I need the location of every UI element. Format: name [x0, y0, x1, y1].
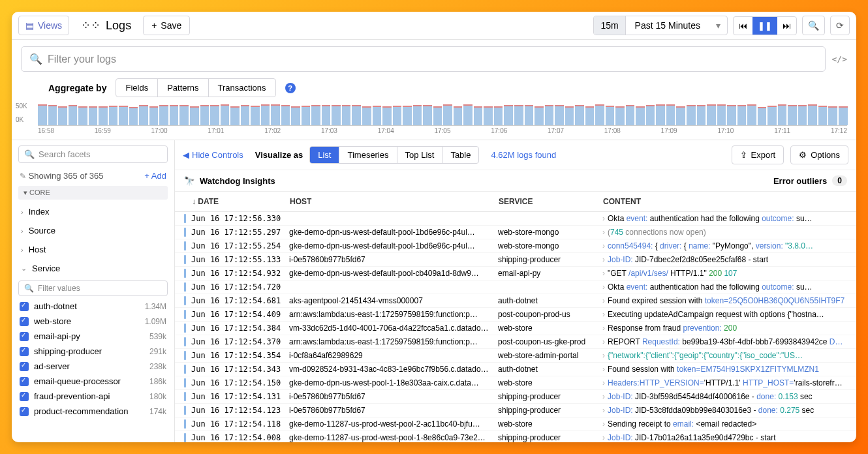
service-item[interactable]: auth-dotnet1.34M: [18, 299, 168, 314]
col-content[interactable]: CONTENT: [603, 197, 847, 206]
log-row[interactable]: Jun 16 17:12:54.008gke-demo-11287-us-pro…: [175, 431, 856, 442]
checkbox-icon[interactable]: [20, 392, 29, 401]
ylabel-bottom: 0K: [16, 116, 27, 123]
log-row[interactable]: Jun 16 17:12:54.932gke-demo-dpn-us-west-…: [175, 267, 856, 280]
service-item[interactable]: shipping-producer291k: [18, 344, 168, 359]
log-date: Jun 16 17:12:55.133: [191, 255, 289, 264]
log-row[interactable]: Jun 16 17:12:54.354i-0cf8a64af62989629we…: [175, 349, 856, 363]
core-header[interactable]: ▾ CORE: [18, 186, 168, 200]
col-date[interactable]: ↓ DATE: [192, 197, 290, 206]
service-item[interactable]: ad-server238k: [18, 359, 168, 374]
views-button[interactable]: ▤Views: [18, 16, 69, 35]
code-toggle[interactable]: </>: [832, 54, 847, 64]
facet-search-input[interactable]: 🔍Search facets: [18, 145, 168, 163]
pause-button[interactable]: ❚❚: [752, 17, 777, 35]
insights-label: Watchdog Insights: [200, 176, 275, 186]
rewind-button[interactable]: ⏮: [734, 17, 752, 35]
timeline-chart[interactable]: 50K0K 16:5816:5917:0017:0117:0217:0317:0…: [12, 102, 856, 140]
refresh-button[interactable]: ⟳: [830, 16, 850, 35]
log-row[interactable]: Jun 16 17:12:54.343vm-d0928524-b931-43ac…: [175, 363, 856, 376]
tab-fields[interactable]: Fields: [116, 79, 158, 97]
checkbox-icon[interactable]: [20, 377, 29, 386]
viz-timeseries[interactable]: Timeseries: [339, 147, 397, 163]
log-row[interactable]: Jun 16 17:12:55.133i-0e57860b977b5fd67sh…: [175, 253, 856, 267]
add-facet-button[interactable]: + Add: [144, 171, 166, 181]
log-service: shipping-producer: [498, 433, 602, 442]
service-item[interactable]: fraud-prevention-api180k: [18, 389, 168, 404]
col-host[interactable]: HOST: [290, 197, 499, 206]
log-row[interactable]: Jun 16 17:12:54.118gke-demo-11287-us-pro…: [175, 417, 856, 431]
log-filter-input[interactable]: 🔍 Filter your logs: [21, 46, 826, 72]
log-row[interactable]: Jun 16 17:12:54.720›Okta event: authenti…: [175, 280, 856, 294]
log-row[interactable]: Jun 16 17:12:54.370arn:aws:lambda:us-eas…: [175, 335, 856, 349]
tab-patterns[interactable]: Patterns: [158, 79, 208, 97]
checkbox-icon[interactable]: [20, 347, 29, 356]
service-count: 1.09M: [145, 317, 166, 326]
tab-transactions[interactable]: Transactions: [209, 79, 275, 97]
log-content: ›"GET /api/v1/ses/ HTTP/1.1" 200 107: [602, 269, 847, 278]
checkbox-icon[interactable]: [20, 407, 29, 416]
log-row[interactable]: Jun 16 17:12:54.384vm-33dc62d5-1d40-4001…: [175, 322, 856, 335]
log-row[interactable]: Jun 16 17:12:56.330›Okta event: authenti…: [175, 212, 856, 226]
playback-controls: ⏮ ❚❚ ⏭: [733, 16, 797, 35]
plus-icon: +: [151, 20, 157, 31]
viz-list[interactable]: List: [310, 147, 339, 163]
checkbox-icon[interactable]: [20, 317, 29, 326]
watchdog-insights[interactable]: 🔭Watchdog Insights Error outliers0: [175, 170, 856, 192]
log-service: web-store-mongo: [498, 241, 602, 250]
options-button[interactable]: ⚙ Options: [790, 145, 848, 164]
error-outliers[interactable]: Error outliers0: [773, 175, 847, 186]
save-label: Save: [161, 20, 181, 31]
arrow-icon: ›: [602, 378, 605, 387]
facet-index[interactable]: ›Index: [18, 202, 168, 221]
service-count: 186k: [149, 377, 166, 386]
search-row: 🔍 Filter your logs </>: [12, 40, 856, 78]
facet-showing: ✎ Showing 365 of 365 + Add: [18, 168, 168, 186]
log-row[interactable]: Jun 16 17:12:55.254gke-demo-dpn-us-west-…: [175, 239, 856, 253]
arrow-icon: ›: [602, 419, 605, 429]
export-button[interactable]: ⇪ Export: [732, 145, 784, 164]
search-button[interactable]: 🔍: [802, 16, 825, 35]
service-item[interactable]: product-recommendation174k: [18, 404, 168, 419]
log-row[interactable]: Jun 16 17:12:54.681aks-agentpool-2145143…: [175, 294, 856, 308]
service-item[interactable]: email-api-py539k: [18, 329, 168, 344]
col-date-label: DATE: [198, 197, 219, 206]
filter-values-input[interactable]: 🔍Filter values: [18, 280, 168, 296]
service-item[interactable]: email-queue-processor186k: [18, 374, 168, 389]
log-row[interactable]: Jun 16 17:12:55.297gke-demo-dpn-us-west-…: [175, 226, 856, 239]
log-date: Jun 16 17:12:54.008: [191, 433, 289, 442]
arrow-icon: ›: [602, 365, 605, 374]
log-row[interactable]: Jun 16 17:12:54.409arn:aws:lambda:us-eas…: [175, 308, 856, 322]
save-button[interactable]: +Save: [143, 16, 190, 35]
status-indicator: [184, 310, 186, 319]
viz-table[interactable]: Table: [442, 147, 478, 163]
log-row[interactable]: Jun 16 17:12:54.123i-0e57860b977b5fd67sh…: [175, 404, 856, 417]
viz-toplist[interactable]: Top List: [397, 147, 443, 163]
facet-host[interactable]: ›Host: [18, 240, 168, 259]
arrow-icon: ›: [602, 324, 605, 333]
facet-service[interactable]: ⌄Service: [18, 259, 168, 278]
checkbox-icon[interactable]: [20, 332, 29, 341]
service-count: 1.34M: [145, 302, 166, 311]
pencil-icon: ✎: [20, 172, 26, 181]
log-row[interactable]: Jun 16 17:12:54.131i-0e57860b977b5fd67sh…: [175, 390, 856, 404]
facet-index-label: Index: [29, 207, 50, 217]
hide-controls[interactable]: ◀ Hide Controls: [183, 150, 243, 160]
checkbox-icon[interactable]: [20, 302, 29, 311]
arrow-icon: ›: [602, 310, 605, 319]
log-row[interactable]: Jun 16 17:12:54.150gke-demo-dpn-us-west-…: [175, 376, 856, 390]
facet-source[interactable]: ›Source: [18, 221, 168, 240]
time-range-picker[interactable]: 15m Past 15 Minutes ▾: [593, 16, 728, 35]
col-service[interactable]: SERVICE: [499, 197, 603, 206]
forward-button[interactable]: ⏭: [777, 17, 796, 35]
logs-title-text: Logs: [106, 19, 131, 33]
help-icon[interactable]: ?: [285, 83, 296, 93]
status-indicator: [184, 269, 186, 278]
log-host: vm-d0928524-b931-43ac-4c83-1e96bc7f9b56.…: [289, 365, 498, 374]
logs-count[interactable]: 4.62M logs found: [491, 150, 556, 160]
service-count: 174k: [149, 407, 166, 416]
service-item[interactable]: web-store1.09M: [18, 314, 168, 329]
log-service: shipping-producer: [498, 406, 602, 415]
checkbox-icon[interactable]: [20, 362, 29, 371]
arrow-icon: ›: [602, 351, 605, 360]
